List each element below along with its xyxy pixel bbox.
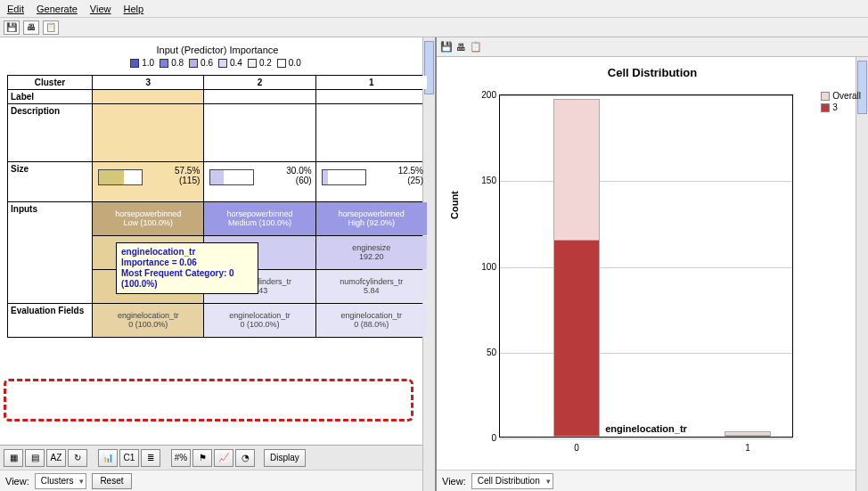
display-button[interactable]: Display — [264, 449, 306, 467]
chart-bar-icon[interactable]: 📊 — [98, 449, 118, 467]
right-view-select[interactable]: Cell Distribution — [471, 473, 553, 489]
hdr-c1[interactable]: 1 — [315, 75, 427, 89]
save-icon[interactable]: 💾 — [4, 20, 20, 35]
menu-view[interactable]: View — [90, 4, 111, 14]
r-copy-icon[interactable]: 📋 — [470, 41, 482, 53]
left-view-select[interactable]: Clusters — [35, 473, 87, 489]
row-evaluation: Evaluation Fields — [8, 303, 93, 337]
desc-c3[interactable] — [93, 103, 204, 161]
refresh-icon[interactable]: ↻ — [68, 449, 87, 467]
desc-c2[interactable] — [204, 103, 315, 161]
eval-c3[interactable]: enginelocation_tr0 (100.0%) — [93, 303, 204, 337]
compare-icon[interactable]: C1 — [119, 449, 139, 467]
grid-view-icon[interactable]: ▤ — [25, 449, 45, 467]
copy-icon[interactable]: 📋 — [43, 20, 59, 35]
menu-edit[interactable]: Edit — [7, 4, 24, 14]
size-c3[interactable]: 57.5%(115) — [93, 161, 204, 201]
tooltip: enginelocation_tr Importance = 0.06 Most… — [116, 242, 258, 294]
right-toolbar: 💾 🖶 📋 — [437, 37, 868, 57]
right-view-bar: View: Cell Distribution — [437, 470, 868, 491]
row-size: Size — [8, 161, 93, 201]
print-icon[interactable]: 🖶 — [23, 20, 39, 35]
legend-3: 3 — [832, 102, 838, 112]
right-pane: 💾 🖶 📋 Cell Distribution 05010015020001 C… — [437, 37, 868, 491]
eval-c1[interactable]: enginelocation_tr0 (88.0%) — [315, 303, 427, 337]
chart-title: Cell Distribution — [442, 66, 863, 79]
y-axis-label: Count — [449, 191, 460, 219]
x-axis-label: enginelocation_tr — [499, 423, 793, 434]
inp-r1-c1[interactable]: enginesize192.20 — [315, 235, 427, 269]
hdr-cluster[interactable]: Cluster — [8, 75, 93, 89]
hdr-c3[interactable]: 3 — [93, 75, 204, 89]
left-pane: Input (Predictor) Importance 1.00.80.60.… — [0, 37, 437, 491]
chart-legend: Overall 3 — [821, 91, 861, 114]
r-print-icon[interactable]: 🖶 — [456, 42, 466, 53]
row-description: Description — [8, 103, 93, 161]
flag-icon[interactable]: ⚑ — [192, 449, 212, 467]
sort-az-icon[interactable]: AZ — [46, 449, 66, 467]
chart-area: Cell Distribution 05010015020001 Count e… — [437, 57, 868, 470]
percent-icon[interactable]: #% — [171, 449, 191, 467]
size-c2[interactable]: 30.0%(60) — [204, 161, 315, 201]
pie-icon[interactable]: ◔ — [235, 449, 255, 467]
r-save-icon[interactable]: 💾 — [440, 41, 453, 53]
importance-title: Input (Predictor) Importance — [0, 45, 435, 55]
top-toolbar: 💾 🖶 📋 — [0, 18, 868, 37]
row-label: Label — [8, 89, 93, 103]
left-view-bar: View: Clusters Reset — [0, 470, 435, 491]
size-c1[interactable]: 12.5%(25) — [315, 161, 427, 201]
chart-plot[interactable]: 05010015020001 — [499, 94, 793, 438]
label-c3[interactable] — [93, 89, 204, 103]
right-view-label: View: — [442, 476, 466, 487]
importance-legend: Input (Predictor) Importance 1.00.80.60.… — [0, 37, 435, 75]
hdr-c2[interactable]: 2 — [204, 75, 315, 89]
trend-icon[interactable]: 📈 — [214, 449, 233, 467]
label-c2[interactable] — [204, 89, 315, 103]
table-view-icon[interactable]: ▦ — [4, 449, 23, 467]
list-icon[interactable]: ≣ — [141, 449, 160, 467]
desc-c1[interactable] — [315, 103, 427, 161]
left-view-label: View: — [5, 476, 29, 487]
inp-r0-c3[interactable]: horsepowerbinnedLow (100.0%) — [93, 201, 204, 235]
menu-help[interactable]: Help — [124, 4, 144, 14]
reset-button[interactable]: Reset — [92, 473, 131, 489]
legend-overall: Overall — [832, 91, 861, 101]
left-bottom-toolbar: ▦ ▤ AZ ↻ 📊 C1 ≣ #% ⚑ 📈 ◔ Display — [0, 445, 435, 470]
label-c1[interactable] — [315, 89, 427, 103]
menubar: Edit Generate View Help — [0, 0, 868, 18]
cluster-table: Cluster 3 2 1 Label Description — [7, 75, 428, 338]
inp-r0-c2[interactable]: horsepowerbinnedMedium (100.0%) — [204, 201, 315, 235]
inp-r2-c1[interactable]: numofcylinders_tr5.84 — [315, 269, 427, 303]
row-inputs: Inputs — [8, 201, 93, 303]
inp-r0-c1[interactable]: horsepowerbinnedHigh (92.0%) — [315, 201, 427, 235]
menu-generate[interactable]: Generate — [37, 4, 78, 14]
main-split: Input (Predictor) Importance 1.00.80.60.… — [0, 37, 868, 491]
eval-c2[interactable]: enginelocation_tr0 (100.0%) — [204, 303, 315, 337]
